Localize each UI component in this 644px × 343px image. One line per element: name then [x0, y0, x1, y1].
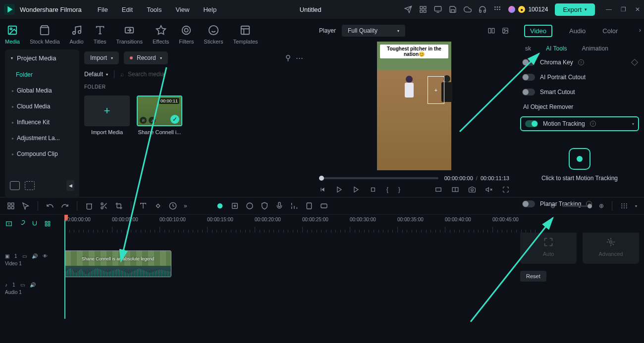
help-icon[interactable]: ? [590, 121, 596, 127]
prev-frame-icon[interactable] [319, 186, 326, 193]
menu-edit[interactable]: Edit [122, 6, 133, 13]
fullscreen-icon[interactable] [502, 186, 509, 193]
tab-video[interactable]: Video [524, 25, 552, 37]
subtab-basic-cut[interactable]: sk [525, 45, 531, 52]
eye-icon[interactable]: 👁 [43, 253, 48, 259]
quality-dropdown[interactable]: Full Quality▾ [342, 25, 405, 37]
compare-icon[interactable] [487, 27, 495, 34]
motion-tracking-cta[interactable]: Click to start Motion Tracking [541, 175, 618, 182]
tab-templates[interactable]: Templates [233, 25, 258, 45]
menu-view[interactable]: View [175, 6, 189, 13]
tab-color[interactable]: Color [602, 27, 618, 35]
crop-icon[interactable] [115, 202, 123, 210]
marker-icon[interactable] [305, 202, 313, 210]
tab-filters[interactable]: Filters [179, 25, 194, 45]
toggle-portrait[interactable] [522, 74, 535, 81]
cut-icon[interactable] [100, 202, 108, 210]
scrub-bar[interactable] [319, 177, 438, 179]
tab-transitions[interactable]: Transitions [116, 25, 143, 45]
tab-audio[interactable]: Audio [569, 27, 586, 35]
apps2-icon[interactable] [7, 202, 15, 210]
mixer-icon[interactable] [290, 202, 298, 210]
audio-track-head[interactable]: ♪1▭🔊 Audio 1 [0, 279, 64, 308]
picture-icon[interactable] [501, 27, 509, 34]
redo-icon[interactable] [61, 202, 69, 210]
tab-effects[interactable]: Effects [153, 25, 169, 45]
magnet-icon[interactable] [31, 220, 39, 227]
lens-icon[interactable] [246, 202, 254, 210]
subtab-ai-tools[interactable]: AI Tools [546, 45, 567, 52]
keyframe2-icon[interactable] [154, 202, 162, 210]
folder-icon[interactable]: ▭ [20, 282, 25, 288]
mark-out-icon[interactable]: } [398, 186, 400, 193]
mute-track-icon[interactable]: 🔊 [30, 282, 36, 288]
headphones-icon[interactable] [479, 5, 486, 13]
timeline-tracks[interactable]: 00:00:00:0000:00:05:0000:00:10:0000:00:1… [64, 215, 644, 319]
video-preview[interactable]: Toughest pitcher in the nation😊 [377, 42, 451, 170]
enhance-icon[interactable] [231, 202, 239, 210]
sidebar-project-media[interactable]: ▾Project Media [5, 49, 79, 67]
aspect-icon[interactable] [435, 186, 442, 193]
send-icon[interactable] [404, 5, 412, 13]
save-icon[interactable] [449, 5, 457, 13]
menu-tools[interactable]: Tools [147, 6, 161, 13]
credits[interactable]: ● 100124 [508, 6, 548, 13]
sidebar-influence-kit[interactable]: ▸Influence Kit [5, 114, 79, 130]
mute-track-icon[interactable]: 🔊 [32, 253, 38, 259]
maximize-icon[interactable]: ❐ [621, 6, 626, 13]
tab-stickers[interactable]: Stickers [204, 25, 223, 45]
toggle-smart-cutout[interactable] [522, 89, 535, 96]
cloud-icon[interactable] [464, 5, 472, 13]
play-icon[interactable] [336, 186, 343, 193]
tab-titles[interactable]: Titles [94, 25, 107, 45]
sort-default[interactable]: Default▾ [84, 71, 108, 78]
menu-file[interactable]: File [98, 6, 108, 13]
minimize-icon[interactable]: — [606, 6, 612, 13]
zoom-slider[interactable] [562, 205, 592, 207]
folder-icon[interactable]: ▭ [22, 253, 27, 259]
row-chroma-key[interactable]: Chroma Key? [520, 55, 639, 70]
undo-icon[interactable] [46, 202, 54, 210]
mic-icon[interactable] [275, 202, 283, 210]
multicam-icon[interactable] [44, 220, 52, 227]
grid-icon[interactable] [419, 5, 427, 13]
row-smart-cutout[interactable]: Smart Cutout [520, 85, 639, 99]
timeline-clip[interactable]: Shane Connell is an absolute legend [64, 250, 171, 277]
playhead[interactable] [64, 215, 65, 319]
toggle-motion-tracking[interactable] [525, 120, 538, 127]
row-ai-portrait[interactable]: AI Portrait Cutout [520, 70, 639, 85]
sidebar-cloud-media[interactable]: ▸Cloud Media [5, 98, 79, 114]
media-clip[interactable]: 00:00:11 ⎚♪ ✓ Shane Connell i... [137, 96, 182, 135]
help-icon[interactable]: ? [578, 59, 584, 65]
tab-stock-media[interactable]: Stock Media [30, 25, 60, 45]
motion-tracking-start-icon[interactable] [569, 148, 590, 170]
mute-icon[interactable] [485, 186, 492, 193]
record-button[interactable]: Record▾ [124, 51, 168, 64]
shield-icon[interactable] [261, 202, 268, 210]
row-planar-tracking[interactable]: Planar Tracking? [520, 196, 639, 211]
cursor-icon[interactable] [22, 202, 30, 210]
mark-in-icon[interactable]: { [386, 186, 388, 193]
toggle-planar[interactable] [522, 200, 535, 207]
keyframe-icon[interactable] [631, 59, 638, 66]
import-media-tile[interactable]: + Import Media [84, 96, 130, 135]
tab-media[interactable]: Media [5, 25, 20, 45]
more-tools-icon[interactable]: » [184, 202, 187, 209]
new-bin-icon[interactable] [10, 181, 20, 190]
sidebar-adjustment-layer[interactable]: ▸Adjustment La... [5, 130, 79, 146]
menu-help[interactable]: Help [203, 6, 216, 13]
speed-icon[interactable] [169, 202, 177, 210]
video-track-head[interactable]: ▣1▭🔊👁 Video 1 [0, 250, 64, 279]
close-icon[interactable]: ✕ [635, 6, 640, 13]
link-icon[interactable] [18, 220, 26, 227]
snapshot-icon[interactable] [469, 186, 476, 193]
sidebar-compound-clip[interactable]: ▸Compound Clip [5, 146, 79, 162]
row-ai-object-remover[interactable]: AI Object Remover [520, 99, 639, 114]
play-range-icon[interactable] [353, 186, 360, 193]
more-panels-icon[interactable]: › [639, 27, 641, 34]
filter-icon[interactable]: ⚲ [285, 53, 291, 62]
new-folder-icon[interactable] [25, 181, 35, 190]
stop-icon[interactable] [370, 186, 376, 193]
tab-audio[interactable]: Audio [70, 25, 84, 45]
more-icon[interactable]: ⋯ [296, 53, 303, 62]
